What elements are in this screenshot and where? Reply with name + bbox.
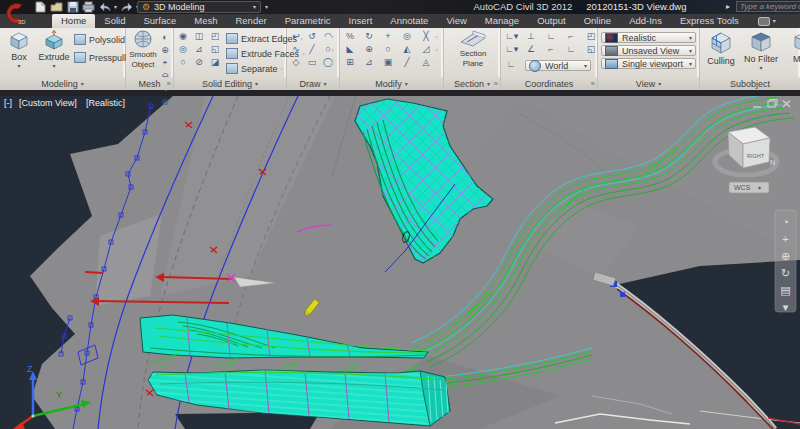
named-view-dropdown[interactable]: Unsaved View ▾: [601, 45, 696, 56]
modify-flyout-caret-2[interactable]: ▾: [435, 47, 438, 53]
tab-render[interactable]: Render: [226, 14, 275, 28]
presspull-button[interactable]: Presspull: [74, 52, 126, 63]
array-icon[interactable]: ⊕: [363, 44, 375, 55]
rectangle-icon[interactable]: ▭: [306, 57, 318, 68]
viewport-visual-style-menu[interactable]: [Realistic]: [86, 98, 125, 108]
viewport-view-menu[interactable]: [Custom View]: [19, 98, 77, 108]
workspace-switcher[interactable]: ⚙ 3D Modeling ▾: [137, 1, 261, 13]
undo-button[interactable]: [98, 1, 111, 13]
modify-flyout-caret-1[interactable]: ▾: [435, 34, 438, 40]
intersect-icon[interactable]: ◰: [209, 31, 221, 42]
section-plane-button[interactable]: Section Plane: [453, 30, 493, 69]
stretch-icon[interactable]: %: [344, 31, 356, 42]
lengthen-icon[interactable]: ○: [382, 44, 394, 55]
ucs-world-dropdown[interactable]: World ▾: [525, 60, 591, 71]
tab-mesh[interactable]: Mesh: [185, 14, 226, 28]
ribbon-minimize-button[interactable]: ▾: [758, 14, 776, 28]
plot-button[interactable]: [82, 1, 95, 13]
rotate-icon[interactable]: ↻: [363, 31, 375, 42]
undo-dropdown-caret[interactable]: ▾: [114, 4, 117, 10]
tab-solid[interactable]: Solid: [95, 14, 134, 28]
fillet-icon[interactable]: ◣: [344, 44, 356, 55]
tab-annotate[interactable]: Annotate: [381, 14, 437, 28]
revision-cloud-icon[interactable]: ↺: [306, 31, 318, 42]
panel-label-modify[interactable]: Modify ▾: [340, 77, 443, 90]
panel-label-draw[interactable]: Draw ▾: [287, 77, 339, 90]
spline-icon[interactable]: ∿: [290, 44, 302, 55]
check-icon[interactable]: ⊘: [193, 57, 205, 68]
tab-express-tools[interactable]: Express Tools: [671, 14, 748, 28]
polysolid-button[interactable]: Polysolid: [74, 34, 125, 45]
ucs-origin-icon[interactable]: ◰: [585, 31, 597, 42]
tab-add-ins[interactable]: Add-Ins: [620, 14, 671, 28]
move-gizmo-button[interactable]: Move: [784, 30, 800, 64]
panel-label-subobject[interactable]: Subobject: [700, 77, 800, 90]
showmotion-icon[interactable]: ▤: [780, 284, 790, 296]
coordinates-dialog-launcher[interactable]: »: [591, 80, 595, 88]
panel-label-solid-editing[interactable]: Solid Editing ▾: [174, 77, 286, 90]
pan-icon[interactable]: +: [782, 233, 788, 245]
separate-button[interactable]: Separate ▾: [226, 63, 284, 74]
ucs-face-icon[interactable]: ⊥: [525, 31, 537, 42]
redo-button[interactable]: [120, 1, 133, 13]
infocenter-collapse-icon[interactable]: ▸: [726, 2, 730, 11]
mirror-icon[interactable]: ◭: [401, 44, 413, 55]
zoom-icon[interactable]: ⊕: [781, 250, 790, 262]
tab-output[interactable]: Output: [528, 14, 575, 28]
ucs-icon[interactable]: ∟▾: [505, 31, 517, 42]
application-menu-button[interactable]: 3D: [1, 0, 29, 27]
copy-icon[interactable]: ◎: [401, 31, 413, 42]
viewport-controls-menu[interactable]: [-]: [4, 98, 12, 108]
visual-style-dropdown[interactable]: Realistic ▾: [601, 32, 696, 43]
extrude-button[interactable]: Extrude ▾: [38, 30, 70, 69]
arc-flyout-caret[interactable]: ▾: [331, 34, 334, 40]
panel-label-coordinates[interactable]: Coordinates: [501, 77, 597, 90]
panel-label-view[interactable]: View ▾: [598, 77, 699, 90]
qat-customize-button[interactable]: ▾: [265, 4, 268, 10]
infocenter-search-input[interactable]: [736, 1, 800, 12]
model-space-viewport[interactable]: N RIGHT WCS ▾ ◔+⊕↻▤▾ [-] [Custom View] […: [0, 96, 800, 429]
tab-surface[interactable]: Surface: [134, 14, 185, 28]
tab-insert[interactable]: Insert: [340, 14, 382, 28]
imprint-icon[interactable]: ◎: [177, 44, 189, 55]
tab-parametric[interactable]: Parametric: [276, 14, 340, 28]
navigation-wheel-icon[interactable]: ◔: [782, 216, 789, 228]
align-icon[interactable]: ⊿: [363, 57, 375, 68]
ucs-previous-icon[interactable]: ∟▾: [505, 44, 517, 55]
wcs-label[interactable]: WCS: [734, 184, 751, 191]
panel-label-modeling[interactable]: Modeling ▾: [0, 77, 125, 90]
polyline-icon[interactable]: ↩: [290, 31, 302, 42]
line-icon[interactable]: ╱: [306, 44, 318, 55]
chamfer-icon[interactable]: ◿: [420, 44, 432, 55]
polygon-icon[interactable]: ◇: [290, 57, 302, 68]
smooth-object-button[interactable]: Smooth Object: [127, 30, 159, 70]
culling-button[interactable]: Culling: [704, 30, 738, 66]
union-icon[interactable]: ◉: [177, 31, 189, 42]
explode-icon[interactable]: ▣: [382, 57, 394, 68]
smooth-more-icon[interactable]: ◐: [159, 32, 171, 43]
no-filter-button[interactable]: No Filter ▾: [742, 30, 780, 71]
viewport-config-dropdown[interactable]: Single viewport ▾: [601, 58, 696, 69]
trim-icon[interactable]: ╳: [420, 31, 432, 42]
ellipse-flyout-caret[interactable]: ▾: [331, 60, 334, 66]
tab-home[interactable]: Home: [52, 14, 95, 28]
new-file-button[interactable]: [34, 1, 47, 13]
erase-icon[interactable]: ╱: [401, 57, 413, 68]
tab-online[interactable]: Online: [575, 14, 620, 28]
rect-array-icon[interactable]: ⊞: [344, 57, 356, 68]
subtract-icon[interactable]: ◫: [193, 31, 205, 42]
tab-manage[interactable]: Manage: [476, 14, 528, 28]
orbit-icon[interactable]: ↻: [781, 267, 790, 279]
ucs-named-icon[interactable]: ◱: [585, 44, 597, 55]
clean-icon[interactable]: ○: [177, 57, 189, 68]
save-button[interactable]: [66, 1, 79, 13]
panel-label-section[interactable]: Section ▾: [444, 77, 500, 90]
compass-north-label[interactable]: N: [770, 159, 775, 166]
add-crease-icon[interactable]: ⊕: [159, 45, 171, 56]
navbar-more-icon[interactable]: ▾: [783, 301, 789, 313]
tab-view[interactable]: View: [437, 14, 475, 28]
ucs-object-icon[interactable]: ∟: [545, 31, 557, 42]
smooth-less-icon[interactable]: ◓: [159, 58, 171, 69]
thicken-icon[interactable]: ◪: [209, 57, 221, 68]
move-icon[interactable]: +: [382, 31, 394, 42]
